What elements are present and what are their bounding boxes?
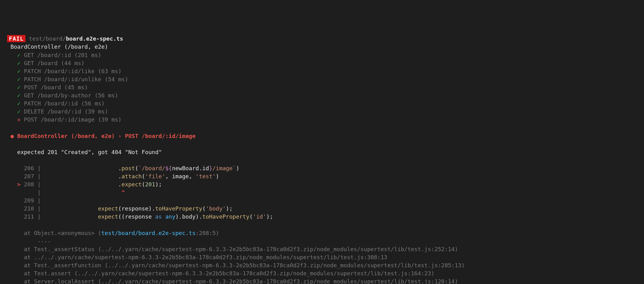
code-caret-line: | ^ [4,189,125,196]
stack-text: at Server.localAssert (../../.yarn/cache… [24,278,458,284]
test-line: ✓ GET /board/:id (201 ms) [4,52,101,58]
space [162,213,165,220]
stack-prefix: at Object.<anonymous> ( [24,230,101,236]
check-icon: ✓ [17,76,20,82]
code-line-208: > 208 | .expect(201); [4,181,162,188]
test-line: ✓ GET /board (44 ms) [4,60,84,66]
test-name: GET /board [24,60,57,66]
line-number: 207 [24,173,34,180]
line-number: 208 [24,181,34,188]
suite-title: BoardController (/board, e2e) [11,43,108,50]
test-line: ✓ PATCH /board/:id (56 ms) [4,100,105,107]
check-icon: ✓ [17,84,20,91]
string: 'file' [145,173,165,180]
pipe: | [37,213,41,220]
failure-message: expected 201 "Created", got 404 "Not Fou… [4,149,162,155]
stack-text: at Test.assert (../../.yarn/cache/supert… [24,270,434,277]
stack-suffix: :208:5) [196,230,219,236]
pipe: | [37,165,41,171]
stack-line: at Test._assertFunction (../../.yarn/cac… [4,262,465,268]
paren: ). [148,205,155,212]
test-name: POST /board/:id/image [24,116,95,123]
bullet-icon: ● [11,133,14,139]
stack-text: at Test._assertFunction (../../.yarn/cac… [24,262,465,268]
test-name: PATCH /board/:id/unlike [24,76,101,82]
paren: ). [196,213,202,220]
test-name: PATCH /board/:id/like [24,68,95,74]
pipe: | [37,173,41,180]
property: body [182,213,195,220]
test-time: (44 ms) [61,60,84,66]
test-name: POST /board [24,84,61,91]
arrow-icon: › [118,133,122,139]
stack-line: at Server.localAssert (../../.yarn/cache… [4,278,458,284]
dot: . [118,165,122,171]
method: attach [121,173,142,180]
suite-title-line: BoardController (/board, e2e) [4,43,108,50]
line-header: FAIL test/board/board.e2e-spec.ts [4,35,123,42]
pipe: | [37,181,41,188]
test-output: FAIL test/board/board.e2e-spec.ts BoardC… [4,35,640,284]
test-name: PATCH /board/:id [24,100,78,107]
identifier: response [121,205,148,212]
check-icon: ✓ [17,68,20,74]
interp: ${ [165,165,172,171]
method: toHaveProperty [155,205,202,212]
string: 'body' [206,205,226,212]
pipe: | [37,189,41,196]
pipe: | [37,205,41,212]
indent [44,173,118,180]
string: /board/ [142,165,165,171]
test-line: ✓ POST /board (45 ms) [4,84,88,91]
paren: ) [236,165,239,171]
test-time: (201 ms) [75,52,102,58]
stack-dashes: ---- [4,238,51,244]
stack-link[interactable]: test/board/board.e2e-spec.ts [101,230,195,236]
code-line-210: 210 | expect(response).toHaveProperty('b… [4,205,233,212]
paren: ( [118,205,122,212]
test-time: (39 ms) [84,108,108,115]
code-line-207: 207 | .attach('file', image, 'test') [4,173,219,180]
test-line: ✓ PATCH /board/:id/like (63 ms) [4,68,121,74]
indent [44,213,98,220]
failure-message-text: expected 201 "Created", got 404 "Not Fou… [17,149,162,155]
line-number: 206 [24,165,34,171]
backtick: ` [138,165,142,171]
line-number: 209 [24,197,34,204]
path-file: board.e2e-spec.ts [66,35,123,42]
dot: . [118,181,122,188]
paren: (( [118,213,125,220]
indent [44,205,98,212]
code-line-211: 211 | expect((response as any).body).toH… [4,213,273,220]
method: toHaveProperty [202,213,250,220]
failure-describe: BoardController (/board, e2e) [17,133,115,139]
check-icon: ✓ [17,52,20,58]
test-name: DELETE /board/:id [24,108,81,115]
test-line-failed: ✕ POST /board/:id/image (39 ms) [4,116,121,123]
paren: ( [249,213,253,220]
fail-badge: FAIL [7,35,25,42]
code-line-209: 209 | [4,197,41,204]
test-name: GET /board/:id [24,52,71,58]
paren: ); [226,205,233,212]
backtick: ` [233,165,236,171]
string: 'id' [253,213,266,220]
check-icon: ✓ [17,92,20,99]
function: expect [98,213,118,220]
comma: , [189,173,196,180]
path-dim: test/board/ [29,35,66,42]
method: post [121,165,135,171]
x-icon: ✕ [17,116,20,123]
test-time: (56 ms) [95,92,118,99]
test-time: (45 ms) [64,84,88,91]
interp: } [209,165,212,171]
identifier: image [172,173,189,180]
test-line: ✓ GET /board/by-author (56 ms) [4,92,118,99]
test-name: GET /board/by-author [24,92,91,99]
error-marker-icon: > [17,181,20,188]
line-number: 211 [24,213,34,220]
line-number: 210 [24,205,34,212]
stack-line: at Object.<anonymous> (test/board/board.… [4,230,219,236]
check-icon: ✓ [17,108,20,115]
test-line: ✓ DELETE /board/:id (39 ms) [4,108,108,115]
